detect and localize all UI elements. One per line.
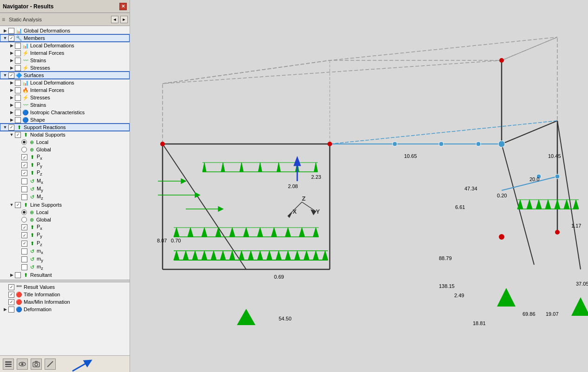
checkbox-my-ns[interactable] xyxy=(21,186,27,192)
tree-item-px-ns[interactable]: ⬆ Px xyxy=(0,153,130,161)
expand-members-icon[interactable]: ▼ xyxy=(2,35,8,41)
tree-item-stresses-s[interactable]: ▶ ⚡ Stresses xyxy=(0,94,130,101)
checkbox-mz-ls[interactable] xyxy=(21,264,27,270)
tree-item-global-ls[interactable]: ⊕ Global xyxy=(0,216,130,223)
expand-icon[interactable]: ▶ xyxy=(8,109,15,116)
radio-global-ns[interactable] xyxy=(21,147,27,152)
expand-icon[interactable]: ▶ xyxy=(8,94,15,101)
line-button[interactable] xyxy=(45,359,56,370)
tree-item-mz-ls[interactable]: ↺ mz xyxy=(0,263,130,271)
checkbox-py-ns[interactable] xyxy=(21,162,27,168)
radio-local-ns[interactable] xyxy=(21,139,27,145)
tree-item-pz-ls[interactable]: ⬆ Pz xyxy=(0,240,130,248)
checkbox-result-values[interactable] xyxy=(8,284,14,290)
layers-button[interactable] xyxy=(3,359,14,370)
checkbox-internal-forces-s[interactable] xyxy=(15,87,21,93)
checkbox-surfaces[interactable] xyxy=(8,72,14,78)
expand-nodal-supports-icon[interactable]: ▼ xyxy=(8,131,15,138)
checkbox-resultant[interactable] xyxy=(15,272,21,278)
next-button[interactable]: ► xyxy=(120,16,128,23)
expand-resultant-icon[interactable]: ▶ xyxy=(8,272,15,278)
checkbox-support-reactions[interactable] xyxy=(8,124,14,131)
tree-item-global-ns[interactable]: ⊕ Global xyxy=(0,146,130,153)
checkbox-title-info[interactable] xyxy=(8,292,14,298)
expand-icon[interactable]: ▶ xyxy=(8,102,15,108)
expand-icon[interactable]: ▶ xyxy=(8,57,15,64)
tree-item-strains-s[interactable]: ▶ 〰 Strains xyxy=(0,101,130,109)
checkbox-internal-forces-m[interactable] xyxy=(15,50,21,56)
tree-item-title-info[interactable]: 🔴 Title Information xyxy=(0,291,130,298)
tree-item-py-ns[interactable]: ⬆ Py xyxy=(0,161,130,169)
tree-item-pz-ns[interactable]: ⬆ Pz xyxy=(0,169,130,177)
tree-item-internal-forces-m[interactable]: ▶ ⚡ Internal Forces xyxy=(0,49,130,57)
expand-deformation-icon[interactable]: ▶ xyxy=(2,306,8,313)
expand-support-reactions-icon[interactable]: ▼ xyxy=(2,124,8,131)
tree-item-mx-ls[interactable]: ↺ mx xyxy=(0,248,130,255)
tree-item-my-ns[interactable]: ↺ My xyxy=(0,185,130,193)
tree-item-internal-forces-s[interactable]: ▶ 🔥 Internal Forces xyxy=(0,86,130,94)
tree-item-local-def-m[interactable]: ▶ 📊 Local Deformations xyxy=(0,42,130,49)
checkbox-px-ls[interactable] xyxy=(21,224,27,230)
checkbox-line-supports[interactable] xyxy=(15,202,21,208)
tree-item-py-ls[interactable]: ⬆ Py xyxy=(0,231,130,239)
expand-icon[interactable]: ▶ xyxy=(8,79,15,86)
tree-item-result-values[interactable]: *** Result Values xyxy=(0,283,130,291)
tree-item-local-def-s[interactable]: ▶ 📊 Local Deformations xyxy=(0,79,130,86)
checkbox-mx-ns[interactable] xyxy=(21,178,27,184)
tree-item-nodal-supports[interactable]: ▼ ⬆ Nodal Supports xyxy=(0,131,130,138)
checkbox-strains-m[interactable] xyxy=(15,58,21,64)
checkbox-mx-ls[interactable] xyxy=(21,248,27,255)
checkbox-my-ls[interactable] xyxy=(21,256,27,262)
expand-icon[interactable]: ▶ xyxy=(8,117,15,123)
checkbox-pz-ns[interactable] xyxy=(21,170,27,176)
radio-global-ls[interactable] xyxy=(21,217,27,222)
checkbox-pz-ls[interactable] xyxy=(21,241,27,247)
checkbox-stresses-s[interactable] xyxy=(15,95,21,101)
checkbox-mz-ns[interactable] xyxy=(21,194,27,200)
prev-button[interactable]: ◄ xyxy=(111,16,118,23)
tree-item-px-ls[interactable]: ⬆ Px xyxy=(0,223,130,231)
checkbox-py-ls[interactable] xyxy=(21,232,27,238)
tree-item-members[interactable]: ▼ 🔧 Members xyxy=(0,34,130,42)
tree-item-stresses-m[interactable]: ▶ ⚡ Stresses xyxy=(0,64,130,72)
expand-icon[interactable]: ▶ xyxy=(8,65,15,71)
checkbox-deformation[interactable] xyxy=(8,307,14,313)
checkbox-stresses-m[interactable] xyxy=(15,65,21,71)
tree-item-isotropic[interactable]: ▶ 🔵 Isotropic Characteristics xyxy=(0,109,130,116)
camera-button[interactable] xyxy=(31,359,42,370)
checkbox-strains-s[interactable] xyxy=(15,102,21,108)
checkbox-global-deformations[interactable] xyxy=(8,28,14,34)
checkbox-nodal-supports[interactable] xyxy=(15,132,21,138)
tree-item-local-ns[interactable]: ⊕ Local xyxy=(0,138,130,146)
tree-item-global-deformations[interactable]: ▶ 📊 Global Deformations xyxy=(0,27,130,34)
checkbox-local-def-s[interactable] xyxy=(15,80,21,86)
expand-icon[interactable]: ▶ xyxy=(8,87,15,93)
expand-icon[interactable]: ▶ xyxy=(2,27,8,34)
expand-icon[interactable]: ▶ xyxy=(8,50,15,56)
tree-item-maxmin-info[interactable]: 🔴 Max/Min Information xyxy=(0,298,130,306)
tree-item-my-ls[interactable]: ↺ my xyxy=(0,255,130,263)
tree-item-shape[interactable]: ▶ 🔵 Shape xyxy=(0,116,130,124)
tree-item-strains-m[interactable]: ▶ 〰 Strains xyxy=(0,57,130,64)
checkbox-local-def-m[interactable] xyxy=(15,43,21,49)
view-button[interactable] xyxy=(17,359,28,370)
tree-item-deformation[interactable]: ▶ 🔵 Deformation xyxy=(0,306,130,313)
tree-item-local-ls[interactable]: ⊕ Local xyxy=(0,209,130,216)
checkbox-members[interactable] xyxy=(8,35,14,41)
checkbox-px-ns[interactable] xyxy=(21,154,27,160)
expand-icon[interactable]: ▶ xyxy=(8,42,15,49)
tree-item-support-reactions[interactable]: ▼ ⬆ Support Reactions xyxy=(0,124,130,131)
checkbox-isotropic[interactable] xyxy=(15,110,21,116)
tree-item-mz-ns[interactable]: ↺ Mz xyxy=(0,193,130,201)
tree-item-surfaces[interactable]: ▼ 🔷 Surfaces xyxy=(0,72,130,79)
close-button[interactable]: ✕ xyxy=(119,3,127,10)
radio-local-ls[interactable] xyxy=(21,209,27,215)
expand-line-supports-icon[interactable]: ▼ xyxy=(8,202,15,208)
expand-icon xyxy=(2,291,8,298)
expand-surfaces-icon[interactable]: ▼ xyxy=(2,72,8,78)
tree-item-mx-ns[interactable]: ↺ Mx xyxy=(0,177,130,185)
tree-item-line-supports[interactable]: ▼ ⬆ Line Supports xyxy=(0,201,130,209)
checkbox-maxmin-info[interactable] xyxy=(8,299,14,305)
tree-item-resultant[interactable]: ▶ ⬆ Resultant xyxy=(0,271,130,279)
checkbox-shape[interactable] xyxy=(15,117,21,123)
